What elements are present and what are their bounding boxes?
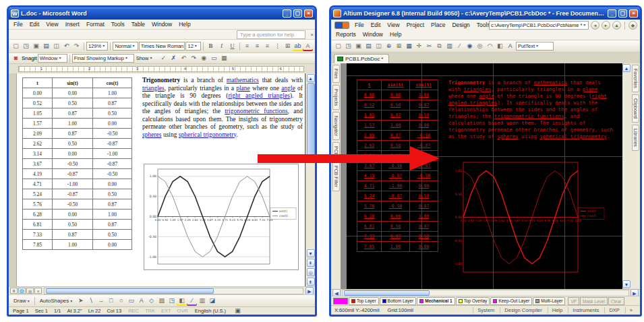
place-string-icon[interactable]: A	[505, 41, 515, 51]
back-icon[interactable]: ◂	[591, 21, 599, 30]
move-icon[interactable]: ✛	[414, 41, 424, 51]
underline-button[interactable]: U	[227, 41, 237, 51]
document-path-select[interactable]: c:\AveryTemp\PCB1.PcbDoc\PcbName *▾	[489, 21, 589, 30]
hyperlink[interactable]: angle	[281, 85, 295, 92]
hyperlink[interactable]: triangles	[464, 86, 492, 92]
diagram-icon[interactable]: ◇	[146, 296, 156, 306]
altium-menu-reports[interactable]: Reports	[332, 30, 359, 38]
redo-icon[interactable]: ↷	[71, 41, 82, 51]
fill-color-icon[interactable]: ◧	[177, 296, 187, 306]
word-page[interactable]: tsin(t)cos(t)0.000.001.000.520.500.871.0…	[17, 73, 305, 286]
status-toggle-ovr[interactable]: OVR	[177, 308, 188, 314]
up-icon[interactable]: ▲	[612, 21, 621, 30]
ruler-mark-5[interactable]: 5	[232, 67, 234, 71]
autoshapes-menu[interactable]: AutoShapes▾	[38, 298, 75, 304]
next-change-icon[interactable]: ↷	[189, 53, 199, 63]
word-menu-help[interactable]: Help	[175, 20, 194, 28]
hyperlink[interactable]: mathematics	[533, 79, 567, 86]
font-select[interactable]: Times New Roman▾	[139, 42, 185, 51]
panel-tab-pcb-filter[interactable]: PCB Filter	[332, 162, 340, 191]
snagit-button[interactable]: Snagit	[22, 55, 37, 61]
word-data-table[interactable]: tsin(t)cos(t)0.000.001.000.520.500.871.0…	[22, 77, 132, 250]
show-menu[interactable]: Show▾	[135, 54, 158, 63]
ask-a-question-box[interactable]: Type a question for help	[237, 30, 305, 39]
align-center-icon[interactable]: ≡	[252, 41, 262, 51]
zoom-select[interactable]: 129%▾	[86, 42, 108, 51]
new-document-icon[interactable]: ▢	[333, 41, 343, 51]
hyperlink[interactable]: mathematics	[227, 77, 259, 84]
minimize-button[interactable]: _	[283, 9, 291, 18]
bold-button[interactable]: B	[206, 41, 216, 51]
word-paragraph[interactable]: Trigonometry is a branch of mathematics …	[142, 77, 303, 139]
panel-button-instruments[interactable]: Instruments	[568, 307, 603, 313]
print-layout-view-button[interactable]: ▤	[26, 288, 34, 294]
hyperlink[interactable]: spheres	[497, 133, 519, 139]
layer-tab-bottom-layer[interactable]: Bottom Layer	[380, 297, 417, 305]
print-icon[interactable]: ▤	[41, 41, 51, 51]
word-sin-cos-chart[interactable]: 1.000.500.00-0.50-1.000.000.521.051.572.…	[144, 164, 299, 270]
altium-menu-project[interactable]: Project	[403, 21, 428, 29]
print-preview-icon[interactable]: ◫	[51, 41, 61, 51]
previous-page-icon[interactable]: ⇞	[307, 259, 315, 267]
copy-icon[interactable]: ⧉	[434, 41, 444, 51]
layer-tab-keep-out-layer[interactable]: Keep-Out Layer	[490, 297, 532, 305]
dxp-menu-icon[interactable]	[334, 22, 349, 29]
scrollbar-thumb[interactable]	[46, 288, 214, 294]
font-color-icon[interactable]: A	[303, 41, 313, 51]
word-menu-tools[interactable]: Tools	[108, 20, 128, 28]
hyperlink[interactable]: spherical trigonometry	[179, 131, 237, 138]
vertical-ruler[interactable]	[9, 73, 17, 286]
altium-menu-help[interactable]: Help	[386, 30, 405, 38]
clip-art-icon[interactable]: ▧	[156, 296, 167, 306]
oval-icon[interactable]: ○	[116, 296, 126, 306]
rectangle-icon[interactable]: □	[106, 296, 116, 306]
numbered-list-icon[interactable]: ⋮	[272, 41, 283, 51]
word-menu-edit[interactable]: Edit	[26, 20, 43, 28]
new-document-icon[interactable]: ▢	[11, 41, 21, 51]
open-icon[interactable]: ◳	[343, 41, 353, 51]
altium-menu-place[interactable]: Place	[428, 21, 448, 29]
cut-icon[interactable]: ✂	[424, 41, 434, 51]
ruler-mark-1[interactable]: 1	[40, 67, 42, 71]
panel-button-help[interactable]: Help	[548, 307, 566, 313]
scroll-up-icon[interactable]: ▲	[307, 74, 315, 82]
horizontal-ruler[interactable]: 123456	[18, 66, 304, 72]
status-field-page-1[interactable]: Page 1	[13, 308, 29, 314]
pcb-document-tab[interactable]: PCB1.PcbDoc *	[334, 54, 389, 63]
save-icon[interactable]: ▣	[353, 41, 363, 51]
open-icon[interactable]: ◳	[21, 41, 31, 51]
ruler-mark-6[interactable]: 6	[280, 67, 282, 71]
scrollbar-thumb[interactable]	[307, 83, 315, 162]
altium-menu-file[interactable]: File	[351, 21, 368, 29]
draw-menu[interactable]: Draw▾	[11, 298, 32, 304]
3d-style-icon[interactable]: ◪	[207, 296, 217, 306]
normal-view-button[interactable]: ≣	[10, 288, 18, 294]
select-arrow-icon[interactable]: ➤	[76, 296, 86, 306]
panel-button--[interactable]: »	[625, 307, 637, 313]
word-menu-table[interactable]: Table	[128, 20, 148, 28]
word-menu-insert[interactable]: Insert	[62, 20, 83, 28]
display-for-review-select[interactable]: Final Showing Markup▾	[72, 54, 134, 63]
panel-tab-projects[interactable]: Projects	[332, 85, 340, 110]
status-field-ln-22[interactable]: Ln 22	[88, 308, 101, 314]
maximize-button[interactable]: ▢	[293, 9, 302, 18]
hyperlink[interactable]: plane	[236, 85, 250, 92]
comment-icon[interactable]: ▭	[209, 53, 219, 63]
zoom-fit-icon[interactable]: ⊕	[384, 41, 394, 51]
workspace-icon[interactable]: ◆	[628, 21, 637, 30]
word-menu-window[interactable]: Window	[148, 20, 175, 28]
scroll-down-icon[interactable]: ▼	[622, 280, 631, 288]
layer-button-clear[interactable]: Clear	[608, 297, 624, 305]
hyperlink[interactable]: trigonometric functions	[494, 113, 564, 119]
status-toggle-trk[interactable]: TRK	[145, 308, 155, 314]
word-menu-file[interactable]: File	[10, 20, 26, 28]
layer-button-mask-level[interactable]: Mask Level	[580, 297, 608, 305]
status-field-sec-1[interactable]: Sec 1	[35, 308, 48, 314]
place-line-icon[interactable]: ∕	[455, 41, 465, 51]
italic-button[interactable]: I	[216, 41, 227, 51]
maximize-button[interactable]: ▢	[618, 9, 627, 18]
status-toggle-rec[interactable]: REC	[128, 308, 139, 314]
track-changes-icon[interactable]: ◉	[199, 53, 209, 63]
save-icon[interactable]: ▣	[31, 41, 41, 51]
word-vertical-scrollbar[interactable]: ▲ ▼ ⇞ ◎ ⇟	[305, 73, 315, 286]
